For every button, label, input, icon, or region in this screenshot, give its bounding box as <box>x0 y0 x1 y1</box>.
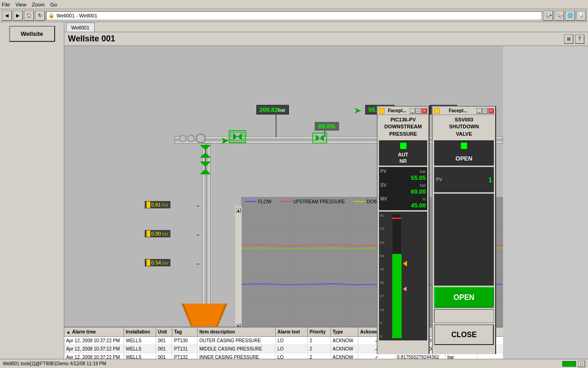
process-diagram: 200.82bar ➤ ➤ 55.05bar 67.81m³ 89.0% <box>64 46 503 354</box>
menu-file[interactable]: File <box>2 2 10 7</box>
home-button[interactable]: 🏠 <box>24 11 34 21</box>
valve-1[interactable] <box>229 130 246 143</box>
fp1-tag-line1: PIC136-PV <box>379 116 428 123</box>
chart-scroll-up[interactable]: ▲ <box>236 208 241 213</box>
refresh-button[interactable]: ↻ <box>35 11 45 21</box>
alarm-row1-text: LO <box>276 337 308 345</box>
fp1-gauge-red-high <box>392 218 401 219</box>
content-area: Wellsite 001 ⊞ T 200.82bar ➤ ➤ <box>64 32 588 368</box>
alarm-row1-type: ACKNOW <box>331 337 358 345</box>
small-bar-unit-2: bar <box>162 231 168 236</box>
fp2-close-button[interactable]: CLOSE <box>434 324 494 345</box>
flow-arrow-1: ➤ <box>220 135 229 147</box>
address-input[interactable] <box>57 13 540 18</box>
faceplate-2-titlebar: Facepl... _ □ × <box>433 107 495 115</box>
fp1-mv-value: 45.00 <box>380 202 426 209</box>
sidebar: Wellsite <box>0 22 64 368</box>
bar-indicator-1 <box>147 201 150 208</box>
menu-go[interactable]: Go <box>51 2 57 7</box>
legend-flow-label: FLOW <box>258 199 271 204</box>
fp1-mv-unit: % <box>422 197 426 201</box>
faceplate-1-buttons: _ □ × <box>410 108 427 114</box>
zoom-out-button[interactable]: 🔍- <box>554 11 564 21</box>
fp2-close-btn[interactable]: × <box>488 108 494 114</box>
alarm-row2-inst: WELLS <box>124 345 156 353</box>
chart-button[interactable]: 📊 <box>576 11 586 21</box>
main-content: Well001 Wellsite 001 ⊞ T 200.82bar <box>64 22 588 368</box>
zoom-in-button[interactable]: 🔍+ <box>543 11 553 21</box>
alarm-row2-priority: 2 <box>308 345 331 353</box>
faceplate-1-icon <box>379 108 384 114</box>
web-button[interactable]: 🌐 <box>565 11 575 21</box>
faceplate-2-icon <box>434 108 440 114</box>
alarm-hdr-text: Alarm text <box>276 328 308 336</box>
alarm-row2-desc: MIDDLE CASING PRESSURE <box>198 345 276 353</box>
fp2-mode-open: OPEN <box>434 155 494 162</box>
fp2-tag: SSV003 SHUTDOWN VALVE <box>433 115 495 139</box>
page-icon-text[interactable]: T <box>575 34 584 44</box>
gauge-tick-54: 54 <box>380 254 390 258</box>
gauge-tick-27: 27 <box>380 294 390 298</box>
pressure-unit-1: bar <box>278 107 286 113</box>
pressure-small-3: 0.54 bar <box>145 259 170 266</box>
forward-button[interactable]: ▶ <box>13 11 23 21</box>
statusbar-btn[interactable]: □ <box>578 361 585 367</box>
alarm-row1-desc: OUTER CASING PRESSURE <box>198 337 276 345</box>
fp2-minimize-btn[interactable]: _ <box>476 108 482 114</box>
page-title-bar: Wellsite 001 ⊞ T <box>64 32 588 46</box>
alarm-row2-tag: PT131 <box>172 345 198 353</box>
chart-scroll-left: ▲ ▼ <box>235 206 242 330</box>
fp1-tag: PIC136-PV DOWNSTREAM PRESSURE <box>378 115 429 139</box>
fp2-maximize-btn[interactable]: □ <box>482 108 488 114</box>
alarm-row1-time: Apr 12, 2008 10:37:22 PM <box>64 337 124 345</box>
pressure-display-1: 200.82bar <box>256 105 289 115</box>
back-button[interactable]: ◀ <box>2 11 12 21</box>
legend-upstream-line <box>280 201 291 202</box>
fp1-gauge-area: 81 72 63 54 45 36 27 18 9 0 <box>379 212 427 340</box>
toolbar: ◀ ▶ 🏠 ↻ 🔒 🔍+ 🔍- 🌐 📊 <box>0 9 588 22</box>
faceplate-1-title: Facepl... <box>388 108 406 113</box>
alarm-row1-priority: 2 <box>308 337 331 345</box>
alarm-row1-unit: 001 <box>156 337 172 345</box>
fp1-gauge-sv-marker <box>403 261 407 266</box>
small-bar-value-2: 0.90 <box>151 231 161 236</box>
pressure-value-1: 200.82 <box>260 106 278 113</box>
fp2-tag-line1: SSV003 <box>434 116 494 123</box>
fp1-pv-row: PV bar <box>380 169 426 174</box>
flow-arrow-2: ➤ <box>354 105 362 116</box>
fp1-gauge-bar-bg <box>392 213 402 339</box>
fp2-tag-line2: SHUTDOWN <box>434 123 494 130</box>
valve-2[interactable] <box>312 132 327 144</box>
fp1-mv-label: MV <box>380 196 387 201</box>
alarm-hdr-time: ▲ Alarm time <box>64 328 124 336</box>
menu-view[interactable]: View <box>16 2 27 7</box>
alarm-row1-tag: PT130 <box>172 337 198 345</box>
faceplate-2-buttons: _ □ × <box>476 108 494 114</box>
fp1-gauge-scale: 81 72 63 54 45 36 27 18 9 0 <box>380 212 390 340</box>
fp1-pv-value: 55.05 <box>380 174 426 181</box>
address-bar: 🔒 <box>46 11 542 20</box>
fp1-mode-aut: AUT <box>379 152 427 157</box>
fp2-open-button[interactable]: OPEN <box>434 287 494 308</box>
page-icons: ⊞ T <box>564 34 584 44</box>
faceplate-2-title: Facepl... <box>449 108 467 113</box>
fp2-pv-display: PV 1 <box>434 167 494 192</box>
faceplate-1-titlebar: Facepl... _ □ × <box>378 107 429 115</box>
fp1-close-btn[interactable]: × <box>422 108 427 114</box>
tab-well001[interactable]: Well001 <box>66 23 95 32</box>
alarm-hdr-type: Type <box>331 328 358 336</box>
legend-upstream-label: UPSTREAM PRESSURE <box>293 199 345 204</box>
fp1-gauge-fill <box>392 254 401 339</box>
page-icon-expand[interactable]: ⊞ <box>564 34 573 44</box>
small-bar-value-3: 0.54 <box>151 260 161 265</box>
fp2-mode-display: OPEN <box>434 140 494 166</box>
alarm-sort-icon[interactable]: ▲ <box>66 329 71 334</box>
wellsite-button[interactable]: Wellsite <box>9 26 55 42</box>
fp1-minimize-btn[interactable]: _ <box>410 108 415 114</box>
valve-pct-value: 89.0% <box>318 123 335 130</box>
menu-zoom[interactable]: Zoom <box>32 2 45 7</box>
fp1-maximize-btn[interactable]: □ <box>416 108 421 114</box>
alarm-hdr-installation: Installation <box>124 328 156 336</box>
control-valve-symbol <box>200 145 211 174</box>
menu-bar: File View Zoom Go <box>0 0 588 9</box>
